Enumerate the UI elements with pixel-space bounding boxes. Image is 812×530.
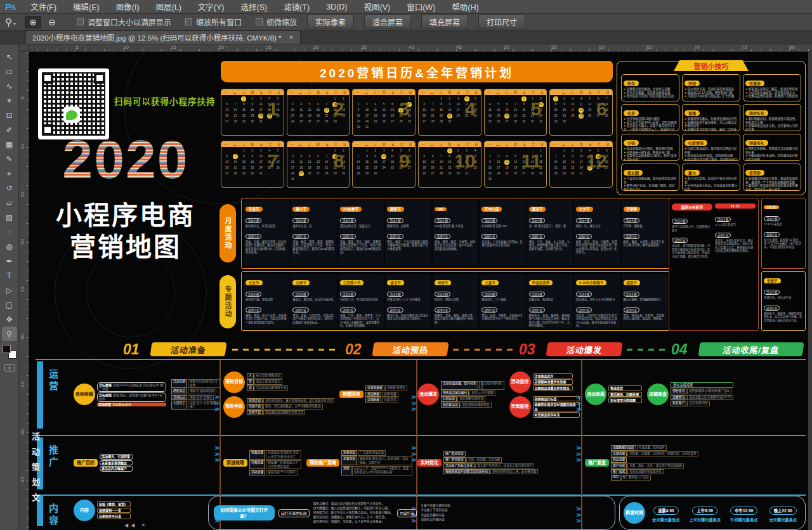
weekday-label: 六: [397, 89, 406, 95]
zoom-option-checkbox[interactable]: 细微缩放: [256, 16, 297, 27]
day-cell: 6: [502, 101, 511, 107]
row-value: 把转化好的商品上移，延长曝光量: [490, 469, 538, 474]
industry-label: 适用行业: [764, 306, 780, 311]
activity-card: 情人节活动主题爱你不止这一天适用行业美妆、鲜花、服饰、家居、轻奢饰品等，可设置情…: [291, 200, 336, 266]
marquee-tool[interactable]: ▭: [2, 64, 17, 79]
flow-items: 免费流量店铺会员/全域矩阵“企业公众号”分发/企业员工付费流量朋友圈广告/垂直类…: [249, 450, 301, 475]
theme-text: 开学季，焕新装!: [624, 224, 665, 228]
menu-item[interactable]: 图层(L): [148, 0, 190, 14]
hand-tool[interactable]: ✥: [2, 312, 17, 326]
row-key: 新老客户: [671, 401, 686, 406]
checkbox-icon[interactable]: [256, 18, 263, 25]
menu-item[interactable]: 选择(S): [233, 0, 276, 14]
day-cell: 22: [520, 113, 528, 119]
pen-tool[interactable]: ✒: [2, 254, 17, 268]
gradient-tool[interactable]: ▨: [2, 210, 17, 224]
menu-item[interactable]: 编辑(E): [65, 0, 108, 14]
card-title: 情人节: [292, 207, 310, 212]
menu-item[interactable]: 视图(V): [356, 0, 399, 14]
menu-item[interactable]: 3D(D): [318, 0, 355, 14]
menu-item[interactable]: 图像(I): [108, 0, 148, 14]
crop-tool[interactable]: ⊡: [2, 108, 17, 122]
row-value: 从员工入手、制定KPI/个人号服务号、裂变拉新渠道/公众号矩阵话题运营: [352, 466, 412, 475]
day-cell: 26: [586, 113, 594, 119]
row-key: 老客获取: [341, 456, 357, 465]
row-value: 执行到岗/预热测试: [254, 373, 282, 378]
weekday-label: 三: [568, 89, 577, 95]
shape-tool[interactable]: ▢: [2, 297, 17, 312]
ruler-number: 80: [789, 44, 795, 50]
weekday-label: 二: [494, 141, 502, 147]
row-value: 裂变活动“个人号矩阵”: [266, 470, 298, 475]
blur-tool[interactable]: ◌: [2, 224, 17, 239]
quick-mask-button[interactable]: ◎: [4, 364, 15, 372]
eraser-tool[interactable]: ▱: [2, 195, 17, 210]
flow-table-row: 预售商品尾款催付短信/公众号/客服: [441, 391, 504, 396]
theme-label: 活动主题: [387, 292, 403, 297]
eyedropper-tool[interactable]: ✐: [2, 122, 17, 137]
day-cell: 17: [379, 159, 388, 165]
menu-item[interactable]: 文字(Y): [190, 0, 233, 14]
weekday-label: 五: [322, 89, 331, 95]
close-icon[interactable]: ×: [289, 33, 294, 42]
weekday-label: 六: [331, 141, 340, 147]
weekday-label: 三: [305, 89, 314, 95]
options-button[interactable]: 打印尺寸: [478, 15, 525, 29]
healing-brush-tool[interactable]: ▦: [2, 137, 17, 152]
day-cell: 27: [314, 119, 322, 124]
foreground-color-swatch[interactable]: [3, 345, 11, 353]
row-key: 社群运营: [441, 396, 457, 401]
zoom-out-button[interactable]: ⊖: [44, 16, 60, 29]
move-tool[interactable]: ↖: [2, 49, 17, 64]
zoom-tool-icon[interactable]: ⚲: [5, 16, 12, 28]
ruler-number: 40: [409, 44, 414, 50]
chevron-down-icon[interactable]: ▾: [13, 21, 16, 27]
zoom-option-checkbox[interactable]: 缩放所有窗口: [185, 16, 242, 27]
weekday-label: 二: [362, 141, 370, 147]
brush-tool[interactable]: ✎: [2, 152, 17, 166]
row-value: 商品上架/库存盘点: [254, 379, 282, 384]
ruler-tick: [26, 185, 29, 186]
row-key: 流量数据完成度: [611, 445, 636, 450]
options-button[interactable]: 实际像素: [307, 15, 354, 29]
row-key: 活动推广利益点优化: [443, 463, 475, 469]
day-cell: 4: [502, 153, 511, 159]
tip-label: 老带新: [745, 170, 764, 176]
clone-stamp-tool[interactable]: ⌖: [2, 166, 17, 181]
zoom-in-button[interactable]: ⊕: [25, 16, 41, 29]
menu-item[interactable]: 滤镜(T): [275, 0, 318, 14]
color-swatches[interactable]: [3, 345, 16, 359]
type-tool[interactable]: T: [2, 268, 17, 283]
day-cell: 6: [223, 153, 231, 159]
ruler-tick: [26, 176, 29, 176]
industry-label: 适用行业: [340, 307, 356, 313]
lasso-tool[interactable]: ∿: [2, 79, 17, 93]
options-button[interactable]: 适合屏幕: [364, 15, 411, 29]
day-cell: [231, 148, 239, 153]
tip-line: ➤付尾款赠好礼再加码，提升尾款支付率与用户好感: [745, 154, 799, 161]
path-select-tool[interactable]: ▷: [2, 283, 17, 297]
theme-label: 活动主题: [672, 219, 688, 224]
options-button[interactable]: 填充屏幕: [421, 15, 468, 29]
dodge-tool[interactable]: ◍: [2, 239, 17, 254]
day-cell: 31: [363, 124, 371, 130]
history-brush-tool[interactable]: ↺: [2, 181, 17, 195]
day-cell: 29: [445, 171, 454, 176]
checkbox-icon[interactable]: [185, 18, 192, 25]
monthly-activities-row: 年货节活动主题新年囤大礼，年货买起来适用行业美妆、生鲜、家居百货等，结合年轻用户…: [241, 198, 670, 269]
zoom-tool[interactable]: ⚲: [2, 326, 17, 341]
activity-card: 儿童节活动主题普天童乐，六一嗨购适用行业食品、玩具、书籍等，宝妈粉丝可主推陪伴孩…: [480, 274, 525, 328]
document-tab[interactable]: 2020小程序电商营销地图.jpg @ 12.5% (扫码可以获得小程序扶持, …: [25, 30, 301, 44]
document-canvas[interactable]: 扫码可以获得小程序扶持 2020 小程序电商 营销地图 2020营销日历&全年营…: [29, 52, 812, 530]
checkbox-icon[interactable]: [77, 18, 84, 25]
menu-item[interactable]: 窗口(W): [398, 0, 443, 14]
menu-item[interactable]: 帮助(H): [443, 0, 487, 14]
zoom-option-checkbox[interactable]: 调整窗口大小以满屏显示: [77, 16, 171, 27]
phase-badge: 活动爆发: [546, 342, 622, 356]
menu-item[interactable]: 文件(F): [22, 0, 65, 14]
day-cell: 9: [248, 101, 256, 107]
weekday-label: 二: [428, 141, 436, 147]
card-title: 读书节: [387, 280, 404, 285]
magic-wand-tool[interactable]: ✶: [2, 93, 17, 108]
flow-column: 推广目的活动曝光、引流获客老客维系营销触达激活店内沉睡客户: [74, 454, 133, 472]
